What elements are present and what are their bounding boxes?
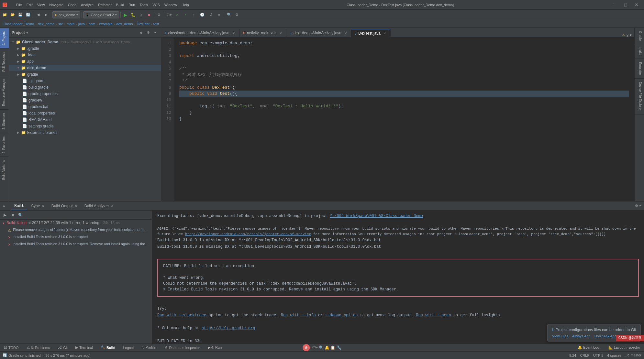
breadcrumb-module[interactable]: dex_demo [38, 22, 54, 26]
breadcrumb-src[interactable]: src [58, 22, 63, 26]
project-selector[interactable]: ▶ dex_demo ▾ [52, 11, 80, 18]
git-revert-btn[interactable]: ↺ [207, 11, 214, 18]
build-rerun-btn[interactable]: ▶ [1, 212, 8, 219]
sync-project-btn[interactable]: ⚙ [155, 11, 162, 18]
build-filter-btn[interactable]: 🔍 [17, 212, 24, 219]
menu-refactor[interactable]: Refactor [96, 3, 114, 7]
profiler-tab[interactable]: ∿ Profiler [139, 345, 159, 350]
stop-btn[interactable]: ■ [145, 11, 152, 18]
tree-gradle-props[interactable]: ▶ 📄 gradle.properties [9, 91, 161, 97]
breadcrumb-dex-demo[interactable]: dex_demo [116, 22, 133, 26]
terminal-tab[interactable]: ▶ Terminal [73, 345, 95, 350]
save-btn[interactable]: 💾 [17, 11, 24, 18]
tab-close-classloader[interactable]: ✕ [231, 31, 236, 35]
logcat-tab[interactable]: Logcat [120, 345, 136, 350]
gradle-tab[interactable]: Gradle [635, 28, 644, 44]
breadcrumb-main[interactable]: main [67, 22, 74, 26]
build-variants-tab[interactable]: Build Variants [0, 157, 9, 183]
build-error-item2[interactable]: ✕ Installed Build Tools revision 31.0.0 … [0, 241, 152, 248]
project-gear-btn[interactable]: ⊕ [138, 30, 144, 36]
tab-close-xml[interactable]: ✕ [278, 31, 283, 35]
tree-idea[interactable]: ▶ 📁 .idea [9, 52, 161, 58]
tab-classloader-mainactivity[interactable]: J classloader_demo\MainActivity.java ✕ [161, 29, 239, 37]
run-btn[interactable]: ▶ [122, 11, 129, 18]
run-scan-link[interactable]: Run with --scan [416, 313, 451, 318]
git-push-btn[interactable]: ↑ [190, 11, 197, 18]
git-update-btn[interactable]: ✓ [173, 11, 181, 18]
git-annotate-btn[interactable]: ≡ [216, 11, 223, 18]
tree-build-gradle[interactable]: ▶ 📄 build.gradle [9, 84, 161, 91]
run-with-coverage-btn[interactable]: ▷ [138, 11, 145, 18]
event-log-tab[interactable]: 🔔 Event Log [575, 345, 602, 350]
menu-run[interactable]: Run [127, 3, 137, 7]
sync-btn[interactable]: 🔄 [25, 11, 32, 18]
sync-tab[interactable]: Sync ✕ [28, 202, 48, 210]
breadcrumb-com[interactable]: com [89, 22, 95, 26]
build-output-panel[interactable]: Executing tasks: [:dex_demo:assembleDebu… [152, 211, 644, 343]
tree-settings-gradle[interactable]: ▶ 📄 settings.gradle [9, 123, 161, 129]
menu-vcs[interactable]: VCS [150, 3, 162, 7]
git-tab[interactable]: ⎇ Git [55, 345, 70, 350]
build-status-item[interactable]: ▾ Build: failed at 2021/12/7 22:39 with … [0, 220, 152, 227]
menu-window[interactable]: Window [162, 3, 179, 7]
menu-navigate[interactable]: Navigate [47, 3, 65, 7]
run-tab[interactable]: ▶ 4: Run [205, 345, 224, 350]
build-stop-btn[interactable]: ■ [9, 212, 16, 219]
tree-gradlew[interactable]: ▶ 📄 gradlew [9, 97, 161, 103]
build-warning-item1[interactable]: ⚠ Please remove usages of 'jcenter()' Ma… [0, 227, 152, 234]
git-commit-btn[interactable]: ✓ [182, 11, 189, 18]
tree-gradle[interactable]: ▶ 📁 .gradle [9, 45, 161, 52]
tab-dex-mainactivity[interactable]: J dex_demo\MainActivity.java ✕ [286, 29, 351, 37]
maximize-button[interactable]: □ [621, 2, 630, 8]
breadcrumb-example[interactable]: example [99, 22, 113, 26]
menu-code[interactable]: Code [66, 3, 78, 7]
always-add-link[interactable]: Always Add [572, 334, 591, 338]
tree-dex-demo[interactable]: ▾ 📁 dex_demo [9, 65, 161, 71]
new-project-btn[interactable]: 📁 [1, 11, 8, 18]
menu-help[interactable]: Help [180, 3, 191, 7]
project-tab[interactable]: 1: Project [0, 28, 9, 48]
menu-edit[interactable]: Edit [25, 3, 35, 7]
menu-build[interactable]: Build [114, 3, 126, 7]
tree-readme[interactable]: ▶ 📄 README.md [9, 116, 161, 123]
structure-tab[interactable]: 2: Structure [0, 109, 9, 133]
tab-close-dex-main[interactable]: ✕ [343, 31, 348, 35]
layout-inspector-tab[interactable]: 📐 Layout Inspector [606, 345, 643, 350]
breadcrumb-dextest[interactable]: DexTest [137, 22, 150, 26]
database-inspector-tab[interactable]: 🗄 Database Inspector [162, 345, 202, 350]
menu-analyze[interactable]: Analyze [79, 3, 95, 7]
code-content[interactable]: package com.example.dex_demo; import and… [174, 38, 634, 201]
tree-gradlew-bat[interactable]: ▶ 📄 gradlew.bat [9, 103, 161, 110]
output-jcenter-link[interactable]: http://developer.android.com/r/tools/jce… [185, 232, 311, 236]
tab-dextest[interactable]: J DexTest.java ✕ [351, 29, 391, 37]
gradle-help-link[interactable]: https://help.gradle.org [202, 326, 255, 331]
todo-tab[interactable]: ☑ TODO [1, 345, 21, 350]
tab-close-dextest[interactable]: ✕ [383, 31, 387, 36]
build-output-tab[interactable]: Build Output ✕ [48, 202, 81, 210]
minimize-button[interactable]: ─ [610, 2, 619, 8]
status-indent[interactable]: 4 spaces [607, 354, 621, 357]
build-tab[interactable]: Build: [11, 202, 27, 210]
menu-view[interactable]: View [35, 3, 47, 7]
debug-option-link[interactable]: --debug option [325, 313, 358, 318]
run-stacktrace-link[interactable]: Run with --stacktrace [157, 313, 206, 318]
back-btn[interactable]: ◀ [35, 11, 42, 18]
resource-manager-tab[interactable]: Resource Manager [0, 75, 9, 109]
device-selector[interactable]: 📱 Google Pixel 2 ▾ [83, 11, 119, 18]
settings-btn[interactable]: ⚙ [233, 11, 240, 18]
project-settings-btn[interactable]: ⚙ [145, 30, 151, 36]
forward-btn[interactable]: ▶ [42, 11, 50, 18]
emulator-tab[interactable]: Emulator [635, 59, 644, 79]
search-everywhere-btn[interactable]: 🔍 [226, 11, 233, 18]
make-tab[interactable]: make [635, 44, 644, 59]
tree-external-libs[interactable]: ▶ 📁 External Libraries [9, 129, 161, 136]
menu-tools[interactable]: Tools [138, 3, 150, 7]
tree-gitignore[interactable]: ▶ 📄 .gitignore [9, 78, 161, 84]
build-error-item1[interactable]: ✕ Installed Build Tools revision 31.0.0 … [0, 234, 152, 241]
breadcrumb-java[interactable]: java [78, 22, 85, 26]
code-editor[interactable]: 1 2 3 4 5 6 7 8 9 10 11 12 13 package co… [161, 38, 634, 201]
menu-file[interactable]: File [14, 3, 24, 7]
tree-app[interactable]: ▶ 📁 app [9, 58, 161, 65]
status-git-branch[interactable]: ⎇ master [625, 353, 641, 357]
tree-local-props[interactable]: ▶ 📄 local.properties [9, 110, 161, 116]
